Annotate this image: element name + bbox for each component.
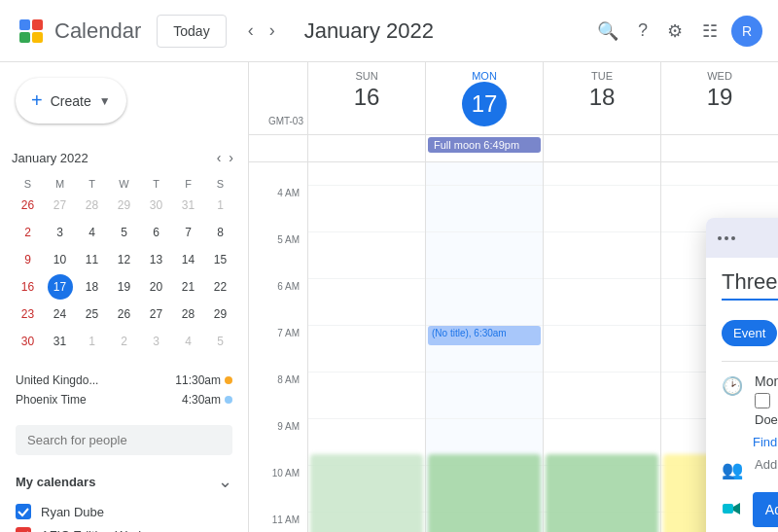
mini-day-9[interactable]: 9 [16, 247, 41, 272]
svg-rect-1 [32, 19, 43, 30]
mini-day-16[interactable]: 16 [16, 274, 41, 300]
mini-day-20[interactable]: 20 [144, 274, 169, 300]
calendar-area: GMT-03 SUN 16 MON 17 TUE 18 WED 19 [249, 62, 778, 532]
mini-day-30a[interactable]: 30 [144, 193, 169, 218]
mini-day-30[interactable]: 30 [16, 329, 41, 354]
mini-day-11[interactable]: 11 [80, 247, 105, 272]
mini-day-24[interactable]: 24 [48, 301, 73, 327]
nav-buttons: ‹ › [242, 15, 281, 47]
mini-day-23[interactable]: 23 [16, 301, 41, 327]
event-title-input[interactable] [722, 269, 778, 301]
header: Calendar Today ‹ › January 2022 🔍 ? ⚙ ☷ … [0, 0, 778, 62]
mini-cal-nav: ‹ › [214, 147, 236, 168]
prev-button[interactable]: ‹ [242, 15, 260, 47]
help-icon-button[interactable]: ? [632, 15, 654, 47]
mini-cal-days: 26 27 28 29 30 31 1 2 3 4 5 6 7 8 9 10 1… [12, 192, 236, 355]
mini-day-26a[interactable]: 26 [16, 193, 41, 218]
mini-day-21[interactable]: 21 [176, 274, 201, 300]
mini-day-1b[interactable]: 1 [80, 329, 105, 354]
mini-day-3b[interactable]: 3 [144, 329, 169, 354]
mini-day-5b[interactable]: 5 [208, 329, 233, 354]
dialog-overlay: − □ × Event Task Appointment schedule [249, 62, 778, 532]
mini-day-12[interactable]: 12 [112, 247, 137, 272]
cal-checkbox-afic[interactable] [16, 527, 31, 532]
mini-day-31a[interactable]: 31 [176, 193, 201, 218]
mini-day-27a[interactable]: 27 [48, 193, 73, 218]
cal-name-ryan: Ryan Dube [41, 505, 104, 519]
tab-event[interactable]: Event [722, 320, 777, 346]
guests-icon: 👥 [722, 459, 743, 480]
mini-day-29a[interactable]: 29 [112, 193, 137, 218]
avatar[interactable]: R [731, 16, 762, 47]
mini-cal-next[interactable]: › [226, 147, 236, 168]
dialog-dot-2 [725, 236, 728, 240]
timezone-time-uk: 11:30am [175, 373, 232, 387]
mini-day-13[interactable]: 13 [144, 247, 169, 272]
mini-day-28b[interactable]: 28 [176, 301, 201, 327]
weekday-m: M [44, 176, 76, 192]
mini-day-4[interactable]: 4 [80, 220, 105, 245]
add-guests-placeholder[interactable]: Add guests [755, 457, 778, 472]
mini-day-14[interactable]: 14 [176, 247, 201, 272]
mini-day-26b[interactable]: 26 [112, 301, 137, 327]
mini-day-25[interactable]: 25 [80, 301, 105, 327]
find-time-link[interactable]: Find a time [722, 435, 778, 449]
mini-day-7[interactable]: 7 [176, 220, 201, 245]
mini-day-17-today[interactable]: 17 [48, 274, 73, 300]
my-calendars-toggle-icon: ⌄ [218, 471, 232, 492]
timezone-dot-phoenix [225, 396, 232, 404]
timezone-dot-uk [225, 376, 232, 384]
create-plus-icon: + [31, 89, 43, 112]
cal-item-afic[interactable]: AFIC Editing Work [0, 523, 248, 532]
today-button[interactable]: Today [157, 15, 226, 48]
cal-checkbox-ryan[interactable] [16, 504, 31, 519]
next-button[interactable]: › [264, 15, 281, 47]
mini-day-3[interactable]: 3 [48, 220, 73, 245]
repeat-dropdown[interactable]: Does not repeat ▼ [755, 412, 778, 427]
mini-day-15[interactable]: 15 [208, 247, 233, 272]
my-calendars-header[interactable]: My calendars ⌄ [0, 463, 248, 500]
add-meet-button[interactable]: Add Google Meet video conferencing [753, 492, 778, 527]
mini-cal-prev[interactable]: ‹ [214, 147, 225, 168]
dialog-time-display[interactable]: Monday, January 17 6:30am – 6:45am [755, 373, 778, 389]
svg-marker-5 [733, 503, 740, 514]
weekday-t2: T [140, 176, 172, 192]
weekday-s1: S [12, 176, 44, 192]
cal-item-ryan[interactable]: Ryan Dube [0, 500, 248, 523]
mini-day-4b[interactable]: 4 [176, 329, 201, 354]
my-calendars-section: My calendars ⌄ Ryan Dube AFIC Editing Wo… [0, 463, 248, 532]
mini-day-29b[interactable]: 29 [208, 301, 233, 327]
all-day-checkbox[interactable] [755, 393, 770, 408]
timezone-value-uk: 11:30am [175, 373, 221, 387]
timezone-section: United Kingdo... 11:30am Phoenix Time 4:… [0, 363, 248, 417]
dialog-guests-row: 👥 Add guests [722, 457, 778, 480]
mini-day-2b[interactable]: 2 [112, 329, 137, 354]
search-people-input[interactable] [16, 425, 232, 455]
mini-day-2[interactable]: 2 [16, 220, 41, 245]
weekday-t1: T [76, 176, 108, 192]
mini-day-22[interactable]: 22 [208, 274, 233, 300]
svg-rect-0 [19, 19, 30, 30]
create-button[interactable]: + Create ▼ [16, 78, 126, 124]
grid-icon-button[interactable]: ☷ [696, 15, 724, 48]
search-icon-button[interactable]: 🔍 [591, 15, 624, 48]
svg-rect-2 [19, 32, 30, 43]
mini-day-6[interactable]: 6 [144, 220, 169, 245]
clock-icon: 🕑 [722, 375, 743, 397]
mini-day-18[interactable]: 18 [80, 274, 105, 300]
mini-day-8[interactable]: 8 [208, 220, 233, 245]
mini-day-19[interactable]: 19 [112, 274, 137, 300]
mini-day-27b[interactable]: 27 [144, 301, 169, 327]
app-name: Calendar [54, 18, 141, 44]
settings-icon-button[interactable]: ⚙ [661, 15, 689, 48]
mini-day-1a[interactable]: 1 [208, 193, 233, 218]
timezone-time-phoenix: 4:30am [182, 393, 232, 407]
mini-day-5[interactable]: 5 [112, 220, 137, 245]
mini-cal-title[interactable]: January 2022 [12, 151, 88, 165]
mini-day-10[interactable]: 10 [48, 247, 73, 272]
meet-icon [722, 499, 741, 523]
mini-day-28a[interactable]: 28 [80, 193, 105, 218]
mini-cal-header: January 2022 ‹ › [12, 147, 236, 168]
mini-day-31b[interactable]: 31 [48, 329, 73, 354]
event-dialog: − □ × Event Task Appointment schedule [706, 218, 778, 532]
